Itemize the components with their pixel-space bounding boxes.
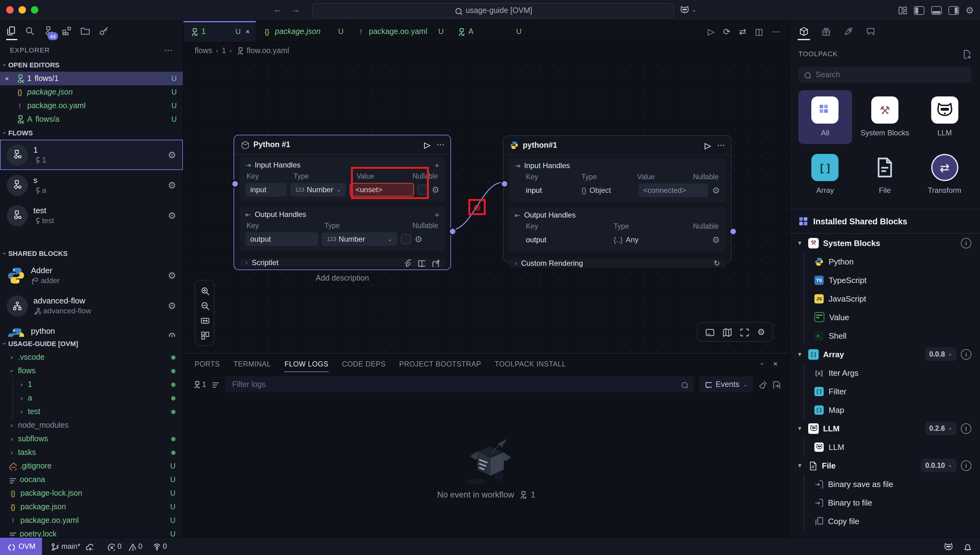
flows-section-header[interactable]: › FLOWS: [0, 126, 183, 140]
handle-gear-icon[interactable]: ⚙: [712, 186, 720, 195]
command-center-search[interactable]: usage-guide [OVM]: [312, 3, 674, 18]
gear-icon[interactable]: ⚙: [168, 331, 176, 337]
node-python-1[interactable]: Python #1 ▷ ⋯ ⇥ Input Handles +: [234, 135, 451, 270]
activity-flows-button[interactable]: 44: [41, 23, 57, 40]
maximize-window-button[interactable]: [31, 6, 38, 14]
run-flow-icon[interactable]: ▷: [708, 27, 714, 36]
tab-package-oo-yaml[interactable]: ! package.oo.yaml U: [350, 21, 450, 42]
tab-flow-1[interactable]: 1 U ×: [184, 21, 256, 42]
panel-tab-terminal[interactable]: TERMINAL: [234, 355, 271, 371]
custom-rendering-section[interactable]: › Custom Rendering ↻: [509, 259, 726, 268]
notifications-bell-icon[interactable]: [963, 542, 971, 551]
block-item-typescript[interactable]: TSTypeScript: [814, 271, 971, 289]
copilot-chevron-icon[interactable]: ⌄: [692, 7, 697, 13]
clear-logs-icon[interactable]: [758, 380, 767, 389]
flow-reference[interactable]: 1: [192, 380, 206, 389]
info-icon[interactable]: i: [961, 423, 971, 433]
shared-block-item[interactable]: Adder adder ⚙: [0, 260, 183, 290]
handle-gear-icon[interactable]: ⚙: [415, 235, 422, 244]
run-all-icon[interactable]: ⇄: [739, 27, 746, 36]
info-icon[interactable]: i: [961, 460, 971, 471]
tile-transform[interactable]: ⇄ Transform: [918, 148, 971, 202]
scriptlet-section[interactable]: › Scriptlet: [239, 258, 445, 267]
panel-tab-project-bootstrap[interactable]: PROJECT BOOTSTRAP: [399, 355, 481, 371]
output-port[interactable]: [729, 227, 737, 235]
collapse-panel-icon[interactable]: ›: [759, 362, 765, 365]
gear-icon[interactable]: ⚙: [168, 211, 176, 220]
problems-item[interactable]: 0 0: [107, 542, 143, 551]
customize-layout-icon[interactable]: [898, 6, 907, 15]
open-editor-item[interactable]: ! package.oo.yaml U: [0, 99, 183, 112]
copilot-status-icon[interactable]: [943, 542, 953, 551]
block-item-llm[interactable]: LLM: [814, 438, 971, 456]
copilot-icon[interactable]: [680, 5, 690, 15]
tile-array[interactable]: [ ] Array: [798, 148, 852, 202]
info-icon[interactable]: i: [961, 349, 971, 359]
panel-tab-code-deps[interactable]: CODE DEPS: [342, 355, 386, 371]
node-python-hash-1[interactable]: python#1 ▷ ⋯ ⇥ Input Handles Key: [503, 135, 732, 263]
log-list-icon[interactable]: [211, 380, 220, 389]
git-branch-item[interactable]: main*: [51, 542, 93, 551]
fit-width-icon[interactable]: [200, 316, 209, 325]
tab-package-json[interactable]: {} package.json U: [256, 21, 350, 42]
add-description-button[interactable]: Add description: [316, 274, 369, 282]
version-select[interactable]: 0.0.10⌄: [921, 459, 956, 472]
input-port[interactable]: [500, 180, 508, 188]
tree-item[interactable]: poetry.lockU: [0, 527, 183, 537]
group-system-blocks[interactable]: ▾ ⚒ System Blocks i: [798, 234, 971, 252]
panel-toggle-icon[interactable]: [705, 327, 714, 337]
activity-explorer-button[interactable]: [4, 23, 20, 40]
block-item-binary-save[interactable]: Binary save as file: [814, 475, 971, 493]
add-output-handle-icon[interactable]: +: [435, 210, 439, 218]
gear-icon[interactable]: ⚙: [168, 271, 176, 280]
zoom-in-icon[interactable]: [200, 286, 209, 295]
block-item-shell[interactable]: >_Shell: [814, 326, 971, 345]
minimap-icon[interactable]: [723, 327, 732, 337]
gear-icon[interactable]: ⚙: [168, 180, 176, 190]
split-editor-icon[interactable]: ◫: [755, 27, 763, 36]
flow-list-item[interactable]: 1 1 ⚙: [0, 140, 183, 170]
output-type-select[interactable]: 123 Number ⌄: [322, 233, 397, 246]
open-editor-item[interactable]: A flows/a U: [0, 112, 183, 126]
docs-icon[interactable]: [417, 259, 425, 267]
attach-icon[interactable]: [403, 259, 411, 267]
tile-file[interactable]: File: [858, 148, 911, 202]
input-key-field[interactable]: input: [245, 183, 287, 197]
gear-icon[interactable]: ⚙: [168, 301, 176, 310]
block-item-iter-args[interactable]: [x]Iter Args: [814, 363, 971, 382]
tree-item[interactable]: ›test: [13, 405, 183, 419]
flow-list-item[interactable]: test test ⚙: [0, 200, 183, 231]
close-window-button[interactable]: [6, 6, 14, 14]
settings-gear-icon[interactable]: ⚙: [966, 6, 974, 15]
block-item-binary-to-file[interactable]: Binary to file: [814, 493, 971, 512]
group-array[interactable]: ▾ [ ] Array 0.0.8⌄ i: [798, 345, 971, 363]
block-item-copy-file[interactable]: Copy file: [814, 512, 971, 530]
input-type-select[interactable]: 123 Number ⌄: [290, 183, 346, 197]
add-input-handle-icon[interactable]: +: [435, 161, 439, 169]
forward-arrow-icon[interactable]: →: [291, 4, 300, 14]
tree-item[interactable]: .gitignoreU: [0, 459, 183, 473]
toggle-secondary-sidebar-icon[interactable]: [948, 6, 959, 14]
toggle-panel-icon[interactable]: [931, 6, 942, 14]
fullscreen-icon[interactable]: [740, 327, 749, 337]
output-key-field[interactable]: output: [245, 233, 318, 246]
toolpack-search-input[interactable]: [814, 70, 966, 80]
activity-extensions-button[interactable]: [59, 23, 75, 40]
shared-block-item[interactable]: advanced-flow advanced-flow ⚙: [0, 290, 183, 321]
workspace-header[interactable]: › USAGE-GUIDE [OVM]: [0, 337, 183, 350]
close-panel-icon[interactable]: ×: [773, 359, 778, 367]
activity-keys-button[interactable]: [96, 23, 112, 40]
tree-item[interactable]: ›subflows: [0, 432, 183, 446]
tab-flow-a[interactable]: A U: [450, 21, 528, 42]
flow-list-item[interactable]: s a ⚙: [0, 170, 183, 200]
close-icon[interactable]: ×: [5, 75, 12, 82]
minimize-window-button[interactable]: [19, 6, 26, 14]
activity-search-button[interactable]: [22, 23, 38, 40]
rewards-tab-button[interactable]: [818, 23, 834, 40]
info-icon[interactable]: i: [961, 237, 971, 248]
block-item-value[interactable]: Value: [814, 308, 971, 326]
tree-item[interactable]: ›.vscode: [0, 350, 183, 364]
tile-all[interactable]: All: [798, 90, 852, 144]
breadcrumb-flows[interactable]: flows: [195, 47, 212, 55]
tree-item[interactable]: ›flows: [0, 364, 183, 378]
